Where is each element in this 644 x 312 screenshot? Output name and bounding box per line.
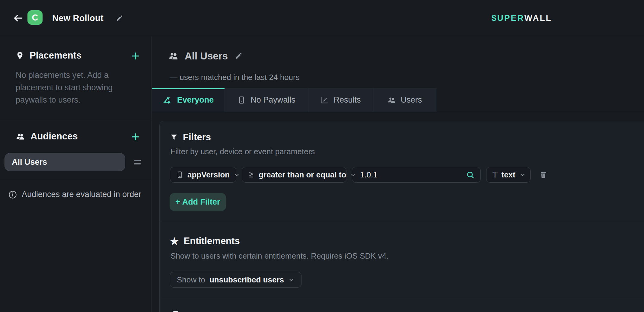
trash-icon (539, 171, 547, 179)
logo-teal-part: $UPER (492, 13, 524, 23)
audience-people-icon (168, 51, 179, 61)
page-title: New Rollout (52, 0, 104, 36)
app-window: C New Rollout $UPERWALL Placements + No … (0, 0, 644, 312)
audiences-note: Audiences are evaluated in order (8, 190, 141, 199)
filters-subtitle: Filter by user, device or event paramete… (171, 147, 315, 156)
add-audience-button[interactable]: + (129, 129, 142, 144)
placements-empty-text: No placements yet. Add a placement to st… (16, 69, 128, 106)
edit-audience-name-icon[interactable] (235, 52, 243, 61)
audience-subtitle: — users matched in the last 24 hours (170, 73, 300, 82)
sidebar-divider (0, 119, 151, 119)
sidebar: Placements + No placements yet. Add a pl… (0, 37, 152, 312)
show-to-label: Show to (177, 275, 205, 285)
chevron-down-icon (234, 172, 240, 178)
filter-value-input[interactable] (352, 167, 480, 182)
filter-type-value: text (502, 170, 515, 180)
funnel-icon (170, 133, 178, 142)
audiences-title: Audiences (30, 131, 78, 142)
phone-icon (238, 96, 246, 104)
audience-title: All Users (185, 50, 228, 62)
location-pin-icon (16, 51, 24, 60)
device-phone-icon (176, 171, 183, 178)
section-divider (160, 222, 644, 222)
audience-item-label: All Users (12, 158, 47, 167)
back-arrow-icon (13, 13, 23, 23)
chevron-down-icon (288, 277, 295, 283)
people-icon (16, 132, 25, 141)
tab-users-label: Users (401, 95, 422, 105)
audiences-header: Audiences + (16, 129, 142, 144)
split-arrows-icon (163, 95, 172, 105)
filter-property-value: appVersion (187, 170, 230, 180)
filter-operator-dropdown[interactable]: greater than or equal to (242, 167, 346, 183)
drag-handle[interactable] (134, 158, 141, 166)
entitlements-title: Entitlements (184, 236, 240, 247)
logo-white-part: WALL (524, 13, 552, 23)
tab-no-paywalls[interactable]: No Paywalls (225, 88, 308, 112)
section-divider-2 (160, 299, 644, 299)
text-type-icon: T (493, 170, 498, 180)
users-people-icon (387, 96, 396, 104)
app-initial: C (32, 13, 38, 23)
filters-title: Filters (183, 132, 211, 143)
edit-title-icon[interactable] (116, 14, 123, 23)
filter-type-dropdown[interactable]: T text (486, 167, 531, 183)
star-icon: ★ (170, 236, 179, 246)
filter-row: appVersion greater than or equal to (170, 167, 547, 183)
entitlements-header: ★ Entitlements (170, 236, 240, 247)
audience-item-all-users[interactable]: All Users (5, 153, 125, 171)
audience-config-card: Filters Filter by user, device or event … (159, 121, 644, 312)
filter-value-field (352, 167, 481, 183)
superwall-logo: $UPERWALL (492, 0, 552, 36)
back-button[interactable] (11, 11, 25, 25)
add-placement-button[interactable]: + (129, 48, 142, 63)
filter-property-dropdown[interactable]: appVersion (170, 167, 236, 183)
sidebar-divider-2 (0, 181, 151, 181)
filters-header: Filters (170, 132, 211, 143)
search-icon[interactable] (466, 170, 475, 181)
delete-filter-button[interactable] (539, 171, 547, 179)
greater-equal-icon (248, 171, 255, 178)
placements-title: Placements (30, 50, 81, 61)
placements-header: Placements + (16, 48, 142, 63)
tab-no-paywalls-label: No Paywalls (250, 95, 295, 105)
app-avatar[interactable]: C (27, 10, 43, 25)
top-bar: C New Rollout $UPERWALL (0, 0, 644, 36)
tab-results-label: Results (333, 95, 361, 105)
tab-users[interactable]: Users (373, 88, 436, 112)
tab-results[interactable]: Results (308, 88, 373, 112)
chevron-down-icon (519, 172, 526, 178)
audiences-note-text: Audiences are evaluated in order (22, 190, 141, 199)
show-to-value: unsubscribed users (209, 275, 284, 285)
add-filter-button[interactable]: + Add Filter (170, 193, 226, 211)
tab-bar: Everyone No Paywalls Results Users (152, 88, 644, 112)
results-chart-icon (320, 96, 329, 104)
info-icon (8, 190, 17, 199)
tab-everyone[interactable]: Everyone (152, 88, 225, 112)
filter-operator-value: greater than or equal to (259, 170, 346, 180)
entitlements-subtitle: Show to users with certain entitlements.… (171, 251, 389, 261)
tab-everyone-label: Everyone (177, 95, 214, 105)
show-to-dropdown[interactable]: Show to unsubscribed users (170, 272, 301, 288)
